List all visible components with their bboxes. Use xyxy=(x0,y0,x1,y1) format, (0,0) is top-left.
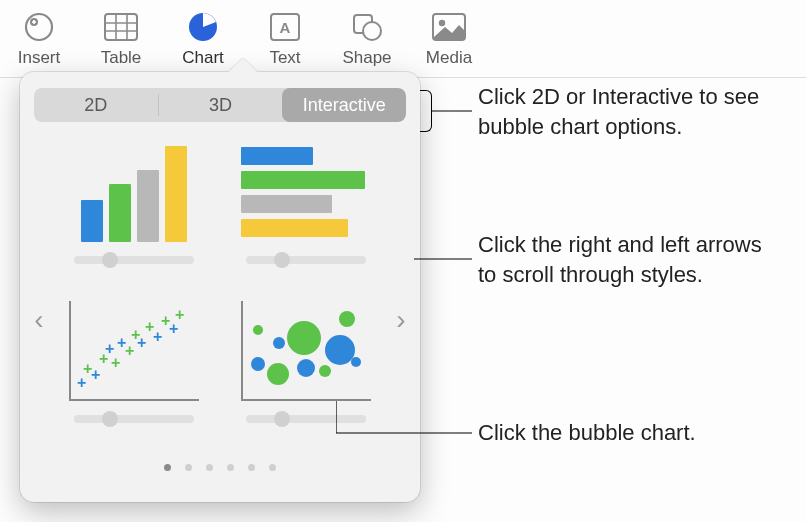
insert-button[interactable]: Insert xyxy=(4,8,74,68)
style-slider[interactable] xyxy=(74,256,194,264)
toolbar: Insert Table Chart A Text Shape Media xyxy=(0,0,806,78)
callout-tabs: Click 2D or Interactive to see bubble ch… xyxy=(478,82,778,141)
insert-plus-icon xyxy=(4,8,74,46)
callout-arrows: Click the right and left arrows to scrol… xyxy=(478,230,768,289)
shape-button[interactable]: Shape xyxy=(332,8,402,68)
page-dot[interactable] xyxy=(164,464,171,471)
chart-button[interactable]: Chart xyxy=(168,8,238,68)
chart-style-column[interactable] xyxy=(62,142,206,283)
segment-interactive[interactable]: Interactive xyxy=(282,88,406,122)
svg-point-9 xyxy=(439,20,445,26)
table-icon xyxy=(86,8,156,46)
bubble-chart-icon xyxy=(241,301,371,401)
shape-icon xyxy=(332,8,402,46)
segment-2d[interactable]: 2D xyxy=(34,88,158,122)
callout-bracket xyxy=(420,90,432,132)
callout-bubble: Click the bubble chart. xyxy=(478,418,778,448)
insert-label: Insert xyxy=(4,48,74,68)
svg-text:A: A xyxy=(280,19,291,36)
page-dot[interactable] xyxy=(185,464,192,471)
page-dot[interactable] xyxy=(269,464,276,471)
svg-point-7 xyxy=(363,22,381,40)
style-slider[interactable] xyxy=(74,415,194,423)
bar-chart-icon xyxy=(241,142,371,242)
style-slider[interactable] xyxy=(246,256,366,264)
media-label: Media xyxy=(414,48,484,68)
text-label: Text xyxy=(250,48,320,68)
segment-3d[interactable]: 3D xyxy=(159,88,283,122)
page-dot[interactable] xyxy=(206,464,213,471)
pie-chart-icon xyxy=(168,8,238,46)
shape-label: Shape xyxy=(332,48,402,68)
chart-style-bar[interactable] xyxy=(234,142,378,283)
media-icon xyxy=(414,8,484,46)
page-dots xyxy=(34,464,406,471)
svg-point-0 xyxy=(26,14,52,40)
page-dot[interactable] xyxy=(248,464,255,471)
svg-rect-2 xyxy=(105,14,137,40)
table-button[interactable]: Table xyxy=(86,8,156,68)
scatter-chart-icon: + + + + + + + + + + + + + + + xyxy=(69,301,199,401)
table-label: Table xyxy=(86,48,156,68)
text-icon: A xyxy=(250,8,320,46)
chart-style-grid: + + + + + + + + + + + + + + + xyxy=(34,142,406,442)
column-chart-icon xyxy=(69,142,199,242)
page-dot[interactable] xyxy=(227,464,234,471)
chart-type-segmented-control: 2D 3D Interactive xyxy=(34,88,406,122)
text-button[interactable]: A Text xyxy=(250,8,320,68)
chart-style-scatter[interactable]: + + + + + + + + + + + + + + + xyxy=(62,301,206,442)
chart-label: Chart xyxy=(168,48,238,68)
media-button[interactable]: Media xyxy=(414,8,484,68)
